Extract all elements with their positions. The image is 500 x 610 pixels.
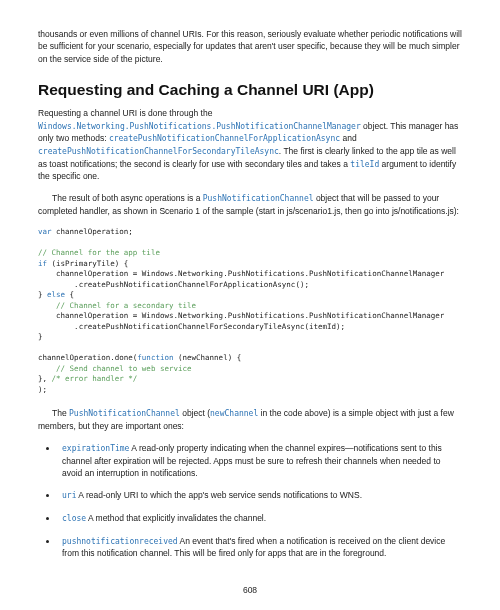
- code-comment: /* error handler */: [52, 374, 138, 383]
- code-member-ref: pushnotificationreceived: [62, 537, 178, 546]
- code-text: channelOperation.done(: [38, 353, 137, 362]
- page-number: 608: [38, 584, 462, 596]
- list-item: uri A read-only URI to which the app's w…: [58, 489, 462, 502]
- paragraph-2: The result of both async operations is a…: [38, 192, 462, 217]
- code-text: );: [38, 385, 47, 394]
- code-text: .createPushNotificationChannelForApplica…: [38, 280, 309, 289]
- text: A method that explicitly invalidates the…: [86, 513, 266, 523]
- text: and: [340, 133, 357, 143]
- code-member-ref: close: [62, 514, 86, 523]
- text: The result of both async operations is a: [52, 193, 203, 203]
- code-text: }: [38, 290, 47, 299]
- code-class-ref: Windows.Networking.PushNotifications.Pus…: [38, 122, 361, 131]
- code-comment: // Channel for the app tile: [38, 248, 160, 257]
- code-member-ref: uri: [62, 491, 76, 500]
- code-text: (newChannel) {: [173, 353, 241, 362]
- code-comment: // Channel for a secondary tile: [38, 301, 196, 310]
- code-text: },: [38, 374, 52, 383]
- code-text: .createPushNotificationChannelForSeconda…: [38, 322, 345, 331]
- code-block: var channelOperation; // Channel for the…: [38, 227, 462, 395]
- list-item: close A method that explicitly invalidat…: [58, 512, 462, 525]
- list-item: expirationTime A read-only property indi…: [58, 442, 462, 479]
- code-text: }: [38, 332, 43, 341]
- code-text: (isPrimaryTile) {: [47, 259, 128, 268]
- code-member-ref: expirationTime: [62, 444, 129, 453]
- paragraph-3: The PushNotificationChannel object (newC…: [38, 407, 462, 432]
- section-heading: Requesting and Caching a Channel URI (Ap…: [38, 79, 462, 101]
- code-class-ref: PushNotificationChannel: [203, 194, 314, 203]
- paragraph-1: Requesting a channel URI is done through…: [38, 107, 462, 182]
- code-keyword: var: [38, 227, 52, 236]
- code-text: channelOperation;: [52, 227, 133, 236]
- bullet-list: expirationTime A read-only property indi…: [38, 442, 462, 559]
- code-method-ref: createPushNotificationChannelForApplicat…: [109, 134, 340, 143]
- code-class-ref: PushNotificationChannel: [69, 409, 180, 418]
- text: The: [52, 408, 69, 418]
- code-keyword: else: [47, 290, 65, 299]
- code-method-ref: createPushNotificationChannelForSecondar…: [38, 147, 279, 156]
- code-arg-ref: tileId: [350, 160, 379, 169]
- text: object (: [180, 408, 210, 418]
- code-var-ref: newChannel: [210, 409, 258, 418]
- code-text: channelOperation = Windows.Networking.Pu…: [38, 269, 444, 278]
- intro-paragraph: thousands or even millions of channel UR…: [38, 28, 462, 65]
- code-keyword: if: [38, 259, 47, 268]
- code-text: channelOperation = Windows.Networking.Pu…: [38, 311, 444, 320]
- code-comment: // Send channel to web service: [38, 364, 192, 373]
- list-item: pushnotificationreceived An event that's…: [58, 535, 462, 560]
- text: A read-only URI to which the app's web s…: [76, 490, 362, 500]
- code-text: {: [65, 290, 74, 299]
- text: Requesting a channel URI is done through…: [38, 108, 212, 118]
- code-keyword: function: [137, 353, 173, 362]
